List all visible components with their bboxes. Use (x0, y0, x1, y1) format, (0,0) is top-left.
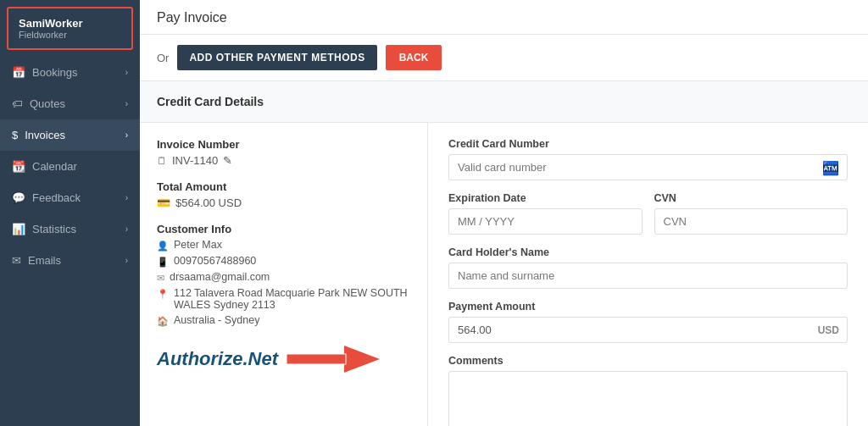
holder-group: Card Holder's Name (448, 246, 848, 289)
customer-address-row: 📍 112 Talavera Road Macquarie Park NEW S… (157, 287, 410, 311)
edit-icon[interactable]: ✎ (223, 154, 232, 167)
location-icon: 📍 (157, 289, 169, 300)
comments-group: Comments (448, 355, 848, 426)
nav-left-statistics: 📊 Statistics (12, 223, 76, 235)
expiry-cvn-row: Expiration Date CVN (448, 192, 848, 246)
authorize-logo-container: Authorize.Net (157, 344, 410, 374)
user-role: Fieldworker (19, 30, 121, 40)
sidebar-item-emails[interactable]: ✉ Emails › (0, 245, 140, 276)
card-icon: 🏧 (822, 159, 839, 175)
expiry-label: Expiration Date (448, 192, 643, 204)
sidebar-item-calendar[interactable]: 📆 Calendar (0, 151, 140, 182)
payment-amount-input[interactable] (448, 317, 848, 343)
add-payment-button[interactable]: ADD OTHER PAYMENT METHODS (177, 45, 376, 70)
payment-amount-label: Payment Amount (448, 301, 848, 313)
sidebar-item-quotes[interactable]: 🏷 Quotes › (0, 88, 140, 119)
quotes-nav-icon: 🏷 (12, 97, 23, 110)
expiry-group: Expiration Date (448, 192, 643, 235)
comments-textarea[interactable] (448, 371, 848, 426)
chevron-icon: › (125, 68, 128, 77)
user-name: SamiWorker (19, 17, 121, 30)
sidebar-item-statistics[interactable]: 📊 Statistics › (0, 213, 140, 245)
content-body: Invoice Number 🗒 INV-1140 ✎ Total Amount… (140, 123, 868, 426)
invoices-nav-icon: $ (12, 129, 18, 141)
bookings-nav-icon: 📅 (12, 66, 25, 79)
sidebar-item-label-quotes: Quotes (30, 97, 65, 110)
customer-phone: 00970567488960 (174, 255, 256, 267)
currency-label: USD (818, 324, 839, 336)
sidebar-item-label-emails: Emails (28, 254, 61, 267)
file-icon: 🗒 (157, 155, 167, 167)
main-content: Pay Invoice Or ADD OTHER PAYMENT METHODS… (140, 0, 868, 426)
sidebar-item-label-invoices: Invoices (25, 129, 65, 141)
amount-wrapper: USD (448, 317, 848, 343)
customer-info-label: Customer Info (157, 223, 410, 235)
chevron-icon: › (125, 224, 128, 234)
customer-city-row: 🏠 Australia - Sydney (157, 314, 410, 327)
red-arrow-icon (287, 344, 380, 374)
email-icon: ✉ (157, 273, 164, 284)
emails-nav-icon: ✉ (12, 254, 21, 267)
chevron-icon: › (125, 256, 128, 265)
sidebar-item-label-feedback: Feedback (32, 191, 81, 204)
invoice-number-section: Invoice Number 🗒 INV-1140 ✎ (157, 138, 410, 167)
cc-title: Credit Card Details (157, 95, 264, 108)
calendar-nav-icon: 📆 (12, 160, 25, 173)
sidebar-nav: 📅 Bookings › 🏷 Quotes › $ Invoices › 📆 C… (0, 57, 140, 426)
customer-info-details: 👤 Peter Max 📱 00970567488960 ✉ drsaama@g… (157, 239, 410, 327)
customer-info-section: Customer Info 👤 Peter Max 📱 009705674889… (157, 223, 410, 327)
nav-left-calendar: 📆 Calendar (12, 160, 77, 173)
invoice-number-label: Invoice Number (157, 138, 410, 151)
payment-amount-group: Payment Amount USD (448, 301, 848, 343)
authorize-logo: Authorize.Net (157, 348, 278, 370)
cvn-group: CVN (654, 192, 849, 235)
right-panel: Credit Card Number 🏧 Expiration Date CVN (428, 123, 868, 426)
cc-number-group: Credit Card Number 🏧 (448, 138, 848, 180)
page-title: Pay Invoice (157, 10, 227, 25)
sidebar-item-invoices[interactable]: $ Invoices › (0, 119, 140, 151)
sidebar: SamiWorker Fieldworker 📅 Bookings › 🏷 Qu… (0, 0, 140, 426)
total-amount-section: Total Amount 💳 $564.00 USD (157, 180, 410, 209)
customer-address: 112 Talavera Road Macquarie Park NEW SOU… (174, 287, 410, 311)
chevron-icon: › (125, 99, 128, 108)
sidebar-item-label-bookings: Bookings (32, 66, 77, 79)
nav-left-invoices: $ Invoices (12, 129, 65, 141)
sidebar-item-feedback[interactable]: 💬 Feedback › (0, 182, 140, 213)
comments-label: Comments (448, 355, 848, 367)
customer-name-row: 👤 Peter Max (157, 239, 410, 252)
back-button[interactable]: BACK (386, 45, 442, 70)
nav-left-quotes: 🏷 Quotes (12, 97, 65, 110)
chevron-icon: › (125, 130, 128, 140)
nav-left-emails: ✉ Emails (12, 254, 61, 267)
phone-icon: 📱 (157, 257, 169, 268)
sidebar-item-label-statistics: Statistics (32, 223, 76, 235)
nav-left-feedback: 💬 Feedback (12, 191, 81, 204)
or-text: Or (157, 52, 169, 64)
chevron-icon: › (125, 193, 128, 202)
total-amount-value: $564.00 USD (175, 196, 242, 209)
page-header: Pay Invoice (140, 0, 868, 35)
total-amount-label: Total Amount (157, 180, 410, 193)
customer-phone-row: 📱 00970567488960 (157, 255, 410, 268)
feedback-nav-icon: 💬 (12, 191, 25, 204)
holder-input[interactable] (448, 263, 848, 289)
invoice-number-value: INV-1140 (172, 154, 218, 167)
statistics-nav-icon: 📊 (12, 223, 25, 235)
action-bar: Or ADD OTHER PAYMENT METHODS BACK (140, 35, 868, 81)
customer-email-row: ✉ drsaama@gmail.com (157, 271, 410, 284)
cc-number-input[interactable] (448, 154, 848, 180)
nav-left-bookings: 📅 Bookings (12, 66, 77, 79)
expiry-input[interactable] (448, 208, 643, 235)
sidebar-item-bookings[interactable]: 📅 Bookings › (0, 57, 140, 88)
home-icon: 🏠 (157, 316, 169, 327)
customer-city: Australia - Sydney (174, 314, 259, 326)
cc-section-header: Credit Card Details (140, 81, 868, 123)
invoice-number-row: 🗒 INV-1140 ✎ (157, 154, 410, 167)
cvn-input[interactable] (654, 208, 849, 235)
user-profile[interactable]: SamiWorker Fieldworker (7, 7, 133, 50)
customer-email: drsaama@gmail.com (170, 271, 270, 283)
left-panel: Invoice Number 🗒 INV-1140 ✎ Total Amount… (140, 123, 428, 426)
customer-name: Peter Max (174, 239, 222, 251)
cc-number-label: Credit Card Number (448, 138, 848, 150)
amount-icon: 💳 (157, 196, 170, 209)
